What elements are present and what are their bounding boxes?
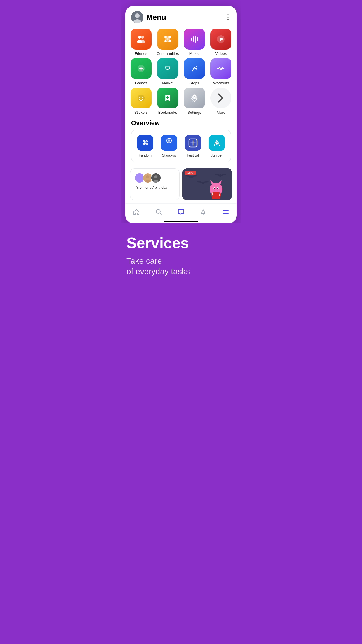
bookmarks-label: Bookmarks — [158, 110, 177, 115]
festival-icon — [185, 135, 201, 151]
svg-point-42 — [146, 175, 150, 178]
svg-point-55 — [217, 188, 218, 189]
friends-icon — [136, 34, 147, 45]
svg-point-8 — [168, 36, 171, 38]
svg-point-35 — [216, 142, 218, 145]
svg-point-4 — [141, 36, 144, 39]
more-label: More — [217, 110, 225, 115]
overview-scroll: ⌘ Fandom Stand-up — [136, 135, 231, 158]
birthday-avatars: 🎂 — [134, 173, 175, 183]
svg-rect-12 — [165, 38, 170, 40]
svg-point-49 — [202, 182, 204, 184]
music-icon-box — [184, 29, 205, 50]
birthday-card[interactable]: 🎂 — [130, 168, 180, 200]
music-icon — [189, 34, 200, 45]
birthday-avatar-2 — [151, 173, 161, 183]
svg-point-23 — [222, 68, 224, 69]
bottom-nav — [125, 203, 237, 219]
header-left: Menu — [131, 11, 166, 23]
notifications-icon — [199, 208, 207, 216]
avatar[interactable] — [131, 11, 143, 23]
stickers-icon-box — [131, 88, 152, 108]
more-icon-box — [210, 88, 231, 108]
overview-title: Overview — [131, 119, 231, 127]
games-icon — [136, 63, 147, 74]
friends-label: Friends — [135, 51, 147, 56]
svg-point-57 — [203, 210, 204, 211]
svg-point-20 — [143, 69, 144, 70]
overview-item-festival[interactable]: Festival — [184, 135, 202, 158]
overview-card: ⌘ Fandom Stand-up — [131, 130, 231, 162]
icon-communities[interactable]: Communities — [156, 29, 180, 56]
icon-stickers[interactable]: Stickers — [129, 88, 153, 115]
jumper-icon — [209, 135, 225, 151]
messages-icon — [177, 208, 185, 216]
standup-icon — [161, 135, 177, 151]
settings-icon-box — [184, 88, 205, 108]
workouts-icon — [215, 63, 226, 74]
market-label: Market — [162, 81, 173, 85]
icon-workouts[interactable]: Workouts — [209, 58, 233, 85]
svg-point-54 — [214, 188, 215, 189]
icon-music[interactable]: Music — [182, 29, 207, 56]
games-label: Games — [135, 81, 147, 85]
svg-rect-15 — [195, 36, 196, 43]
icon-videos[interactable]: Videos — [209, 29, 233, 56]
sale-card[interactable]: -20% — [182, 168, 232, 200]
bookmarks-icon — [162, 92, 173, 104]
svg-point-7 — [164, 36, 167, 38]
icon-steps[interactable]: Steps — [182, 58, 207, 85]
header-title: Menu — [146, 13, 166, 22]
svg-point-45 — [154, 175, 158, 178]
standup-label: Stand-up — [162, 153, 176, 158]
friends-icon-box — [131, 29, 152, 50]
steps-icon — [189, 63, 200, 74]
nav-notifications[interactable] — [196, 207, 210, 217]
jumper-label: Jumper — [211, 153, 223, 158]
overview-item-fandom[interactable]: ⌘ Fandom — [136, 135, 154, 158]
fandom-icon: ⌘ — [137, 135, 153, 151]
header: Menu — [125, 6, 237, 27]
svg-rect-14 — [193, 36, 194, 42]
dot2 — [227, 17, 229, 18]
stickers-label: Stickers — [134, 110, 148, 115]
nav-search[interactable] — [152, 207, 166, 217]
icon-friends[interactable]: Friends — [129, 29, 153, 56]
icon-settings[interactable]: Settings — [182, 88, 207, 115]
communities-icon-box — [157, 29, 178, 50]
icon-bookmarks[interactable]: Bookmarks — [156, 88, 180, 115]
communities-icon — [162, 34, 173, 45]
chevron-right-icon — [210, 88, 231, 108]
bookmarks-icon-box — [157, 88, 178, 108]
birthday-text: It's 5 friends' birthday — [134, 186, 175, 190]
communities-label: Communities — [157, 51, 179, 56]
nav-menu[interactable] — [218, 207, 233, 217]
festival-label: Festival — [187, 153, 199, 158]
nav-messages[interactable] — [174, 207, 188, 217]
market-icon — [162, 63, 173, 74]
svg-point-26 — [142, 97, 143, 98]
steps-icon-box — [184, 58, 205, 79]
more-button[interactable] — [225, 13, 231, 21]
dot1 — [227, 14, 229, 15]
menu-icon — [222, 208, 229, 216]
videos-icon — [215, 34, 226, 45]
workouts-label: Workouts — [213, 81, 229, 85]
icon-market[interactable]: Market — [156, 58, 180, 85]
settings-icon — [189, 92, 200, 104]
icon-games[interactable]: Games — [129, 58, 153, 85]
games-icon-box — [131, 58, 152, 79]
svg-point-22 — [218, 68, 219, 69]
icon-more[interactable]: More — [209, 88, 233, 115]
overview-section: Overview ⌘ Fandom — [125, 117, 237, 165]
videos-label: Videos — [215, 51, 227, 56]
overview-item-jumper[interactable]: Jumper — [208, 135, 226, 158]
workouts-icon-box — [210, 58, 231, 79]
videos-icon-box — [210, 29, 231, 50]
svg-point-27 — [193, 97, 196, 99]
svg-point-48 — [190, 176, 192, 178]
search-icon — [155, 208, 163, 216]
promo-subtitle: Take careof everyday tasks — [126, 256, 236, 277]
overview-item-standup[interactable]: Stand-up — [160, 135, 178, 158]
nav-home[interactable] — [129, 207, 144, 217]
